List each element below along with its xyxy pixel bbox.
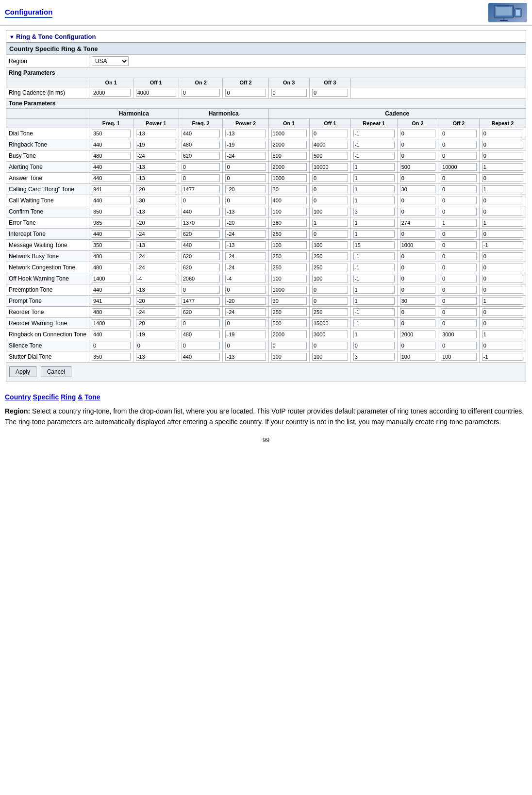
tone-input[interactable] [353,331,395,338]
tone-input[interactable] [92,185,131,193]
tone-value-cell[interactable] [438,351,480,363]
tone-input[interactable] [92,319,131,327]
tone-input[interactable] [400,197,435,204]
tone-input[interactable] [182,264,220,271]
tone-value-cell[interactable] [397,195,438,206]
tone-input[interactable] [271,264,307,271]
tone-value-cell[interactable] [133,128,179,139]
tone-value-cell[interactable] [309,340,350,351]
tone-input[interactable] [92,174,131,182]
tone-input[interactable] [441,174,477,182]
tone-value-cell[interactable] [479,173,526,184]
tone-input[interactable] [441,252,477,260]
tone-input[interactable] [353,163,395,171]
tone-value-cell[interactable] [179,150,223,162]
tone-value-cell[interactable] [350,329,397,340]
tone-value-cell[interactable] [350,162,397,173]
tone-value-cell[interactable] [223,273,268,284]
tone-value-cell[interactable] [350,229,397,240]
link-ring[interactable]: Ring [61,393,76,401]
tone-value-cell[interactable] [479,251,526,262]
tone-value-cell[interactable] [479,195,526,206]
tone-input[interactable] [136,319,176,327]
tone-value-cell[interactable] [89,318,133,329]
tone-value-cell[interactable] [133,195,179,206]
tone-input[interactable] [400,286,435,294]
tone-value-cell[interactable] [350,240,397,251]
tone-input[interactable] [400,297,435,305]
tone-input[interactable] [271,319,307,327]
tone-value-cell[interactable] [309,251,350,262]
tone-input[interactable] [441,308,477,316]
tone-input[interactable] [136,174,176,182]
tone-input[interactable] [271,308,307,316]
tone-value-cell[interactable] [397,351,438,363]
tone-input[interactable] [225,308,266,316]
tone-value-cell[interactable] [479,162,526,173]
tone-input[interactable] [312,241,348,249]
tone-value-cell[interactable] [133,139,179,150]
tone-value-cell[interactable] [397,296,438,307]
tone-input[interactable] [312,275,348,282]
tone-value-cell[interactable] [268,195,309,206]
tone-value-cell[interactable] [89,173,133,184]
tone-input[interactable] [136,353,176,361]
tone-input[interactable] [182,286,220,294]
tone-value-cell[interactable] [179,340,223,351]
region-select-cell[interactable]: USA UK Germany Japan China Australia [89,55,526,68]
tone-input[interactable] [271,252,307,260]
tone-value-cell[interactable] [479,206,526,217]
tone-input[interactable] [271,141,307,149]
ring-off2-field[interactable] [225,89,266,97]
tone-input[interactable] [225,219,266,227]
tone-value-cell[interactable] [350,273,397,284]
tone-input[interactable] [482,208,523,215]
tone-input[interactable] [225,241,266,249]
link-country[interactable]: Country [5,393,31,401]
tone-value-cell[interactable] [223,128,268,139]
tone-value-cell[interactable] [350,340,397,351]
ring-on1-field[interactable] [92,89,131,97]
tone-input[interactable] [353,174,395,182]
tone-value-cell[interactable] [133,307,179,318]
tone-input[interactable] [136,230,176,238]
tone-value-cell[interactable] [89,184,133,195]
tone-input[interactable] [92,230,131,238]
tone-input[interactable] [225,230,266,238]
tone-input[interactable] [271,286,307,294]
tone-value-cell[interactable] [438,240,480,251]
tone-input[interactable] [136,308,176,316]
tone-input[interactable] [400,163,435,171]
link-and[interactable]: & [78,393,83,401]
tone-value-cell[interactable] [309,184,350,195]
tone-value-cell[interactable] [133,262,179,273]
tone-value-cell[interactable] [179,329,223,340]
tone-value-cell[interactable] [89,217,133,229]
tone-value-cell[interactable] [350,251,397,262]
tone-input[interactable] [271,174,307,182]
tone-value-cell[interactable] [133,184,179,195]
tone-value-cell[interactable] [479,318,526,329]
tone-value-cell[interactable] [438,173,480,184]
tone-input[interactable] [482,141,523,149]
tone-value-cell[interactable] [479,284,526,296]
tone-input[interactable] [482,308,523,316]
tone-input[interactable] [225,286,266,294]
tone-value-cell[interactable] [89,251,133,262]
tone-value-cell[interactable] [397,307,438,318]
tone-value-cell[interactable] [309,296,350,307]
tone-value-cell[interactable] [397,340,438,351]
ring-off3-field[interactable] [312,89,348,97]
tone-value-cell[interactable] [438,150,480,162]
tone-value-cell[interactable] [268,273,309,284]
tone-value-cell[interactable] [268,329,309,340]
tone-input[interactable] [136,185,176,193]
tone-value-cell[interactable] [397,284,438,296]
tone-input[interactable] [225,174,266,182]
tone-value-cell[interactable] [438,229,480,240]
tone-input[interactable] [400,275,435,282]
tone-value-cell[interactable] [309,128,350,139]
tone-value-cell[interactable] [133,251,179,262]
tone-input[interactable] [482,230,523,238]
tone-input[interactable] [353,141,395,149]
